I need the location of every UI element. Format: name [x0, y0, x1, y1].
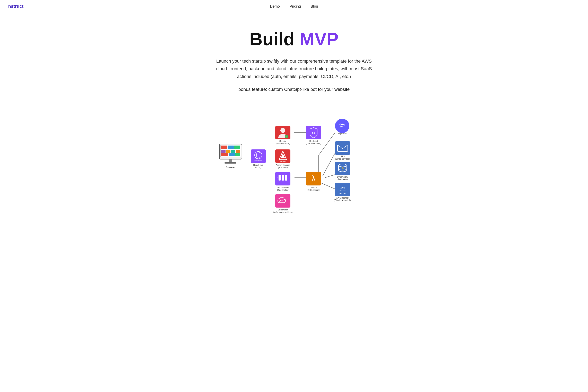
ses-node [335, 141, 350, 155]
svg-text:Amplify Hosting: Amplify Hosting [276, 164, 290, 166]
svg-text:(Claude AI models): (Claude AI models) [334, 199, 351, 202]
hero-bonus-link[interactable]: bonus feature: custom ChatGpt-like bot f… [238, 87, 350, 92]
svg-point-62 [335, 119, 349, 133]
svg-text:Route 53: Route 53 [309, 140, 318, 142]
dynamodb-node [335, 162, 350, 175]
svg-text:(Authentication): (Authentication) [275, 142, 290, 145]
svg-rect-15 [228, 146, 234, 149]
svg-rect-16 [234, 146, 240, 149]
nav-item-demo[interactable]: Demo [270, 4, 280, 8]
navigation: nstruct Demo Pricing Blog [0, 0, 588, 13]
aws-architecture-diagram: Browser CloudFront CloudFront (CDN) Ampl… [214, 110, 374, 216]
svg-text:Payments: Payments [338, 132, 347, 135]
svg-text:API Gateway: API Gateway [277, 186, 289, 189]
hero-description: Launch your tech startup swiftly with ou… [210, 57, 378, 80]
amplify-node: Amplify [275, 150, 290, 163]
hero-title-highlight: MVP [299, 29, 339, 49]
svg-text:(traffic alarms and logs): (traffic alarms and logs) [273, 211, 292, 213]
cognito-node [275, 126, 290, 140]
nav-logo: nstruct [8, 4, 23, 9]
svg-text:Lambda: Lambda [310, 186, 317, 189]
svg-rect-25 [224, 162, 236, 164]
svg-text:Browser: Browser [226, 166, 235, 169]
nav-item-pricing[interactable]: Pricing [290, 4, 301, 8]
apigateway-node [275, 172, 290, 186]
svg-text:AWS: AWS [340, 187, 345, 189]
aws-diagram-container: Browser CloudFront CloudFront (CDN) Ampl… [202, 110, 386, 216]
svg-rect-18 [226, 150, 230, 153]
cloudwatch-node [275, 194, 290, 208]
bedrock-node: AWS Bedrock [335, 183, 350, 196]
svg-text:(Frontend): (Frontend) [278, 166, 288, 169]
svg-line-10 [321, 183, 335, 189]
svg-text:AWS Bedrock: AWS Bedrock [336, 197, 349, 199]
hero-title: Build MVP [196, 29, 392, 49]
svg-point-44 [285, 135, 288, 138]
nav-item-blog[interactable]: Blog [311, 4, 318, 8]
svg-rect-23 [235, 153, 240, 156]
svg-line-9 [325, 174, 335, 178]
svg-text:CloudFront: CloudFront [253, 164, 263, 166]
svg-rect-21 [221, 153, 228, 156]
svg-text:(API Endpoint): (API Endpoint) [307, 189, 320, 191]
lambda-node: λ [306, 172, 321, 186]
svg-point-43 [280, 128, 285, 133]
hero-section: Build MVP Launch your tech startup swift… [192, 13, 396, 110]
route53-node: 53 [306, 126, 321, 140]
svg-text:Bedrock: Bedrock [340, 190, 346, 192]
svg-text:(Rate limiting): (Rate limiting) [276, 189, 289, 191]
svg-rect-19 [231, 150, 235, 153]
svg-text:Amplify: Amplify [280, 161, 286, 162]
stripe-node: stripe [335, 119, 349, 133]
svg-rect-17 [221, 150, 226, 153]
svg-text:SES: SES [340, 155, 344, 158]
nav-links: Demo Pricing Blog [270, 4, 318, 8]
browser-node: Browser [219, 144, 242, 169]
svg-text:λ: λ [312, 174, 315, 182]
svg-line-8 [323, 153, 335, 176]
svg-rect-80 [335, 183, 350, 196]
svg-text:(Database): (Database) [338, 178, 348, 180]
svg-rect-14 [221, 146, 227, 149]
svg-text:(Email services): (Email services) [335, 158, 350, 160]
svg-text:(Domain names): (Domain names) [306, 142, 321, 145]
svg-text:53: 53 [312, 131, 315, 134]
svg-text:CloudWatch: CloudWatch [278, 209, 288, 211]
svg-text:(CDN): (CDN) [255, 166, 261, 169]
svg-text:Dynamo DB: Dynamo DB [337, 176, 348, 178]
cloudfront-node: CloudFront [251, 150, 266, 163]
svg-text:Cognito: Cognito [279, 140, 286, 142]
svg-rect-22 [229, 153, 235, 156]
svg-text:CloudFront: CloudFront [254, 160, 262, 162]
svg-rect-24 [229, 159, 232, 162]
svg-rect-20 [236, 150, 240, 153]
hero-title-prefix: Build [249, 29, 299, 49]
